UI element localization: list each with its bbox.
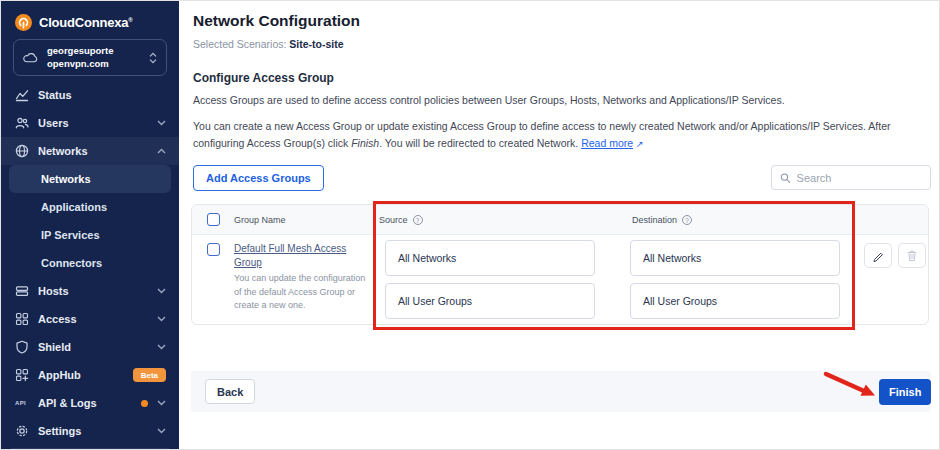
access-icon [15, 312, 29, 326]
access-groups-table: Group Name Source ? Destination ? Defaul… [191, 204, 929, 325]
sidebar-nav: Status Users Networks [1, 81, 179, 449]
source-value-box[interactable]: All User Groups [385, 283, 595, 319]
search-box [771, 165, 931, 190]
finish-button[interactable]: Finish [879, 379, 931, 405]
pencil-icon [872, 250, 884, 262]
chevron-down-icon [157, 400, 166, 406]
column-destination: Destination ? [632, 215, 692, 225]
chevron-down-icon [157, 344, 166, 350]
access-group-description: You can update the configuration of the … [234, 272, 374, 313]
add-access-groups-button[interactable]: Add Access Groups [193, 165, 324, 191]
edit-button[interactable] [864, 243, 892, 268]
sidebar-item-label: Settings [38, 425, 81, 437]
chevron-up-icon [157, 148, 166, 154]
gear-icon [15, 424, 29, 438]
sidebar-subitem-label: Networks [41, 173, 91, 185]
shield-icon [15, 340, 29, 354]
source-value-box[interactable]: All Networks [385, 240, 595, 276]
read-more-link[interactable]: Read more [581, 137, 633, 149]
sidebar-divider [11, 448, 169, 449]
sidebar-item-users[interactable]: Users [1, 109, 179, 137]
table-header [192, 205, 928, 235]
beta-badge: Beta [133, 368, 166, 382]
sidebar-item-access[interactable]: Access [1, 305, 179, 333]
brand-logo: CloudConnexa® [1, 1, 179, 31]
description-paragraph-1: Access Groups are used to define access … [193, 94, 938, 106]
chevron-down-icon [157, 428, 166, 434]
back-button[interactable]: Back [205, 379, 255, 404]
column-source-label: Source [379, 215, 408, 225]
sidebar-item-api-logs[interactable]: API API & Logs [1, 389, 179, 417]
destination-value-box[interactable]: All User Groups [630, 283, 840, 319]
row-checkbox[interactable] [207, 243, 220, 256]
sidebar-item-apphub[interactable]: AppHub Beta [1, 361, 179, 389]
sidebar-subitem-connectors[interactable]: Connectors [1, 249, 179, 277]
sidebar-item-shield[interactable]: Shield [1, 333, 179, 361]
external-link-icon: ↗ [636, 139, 644, 149]
status-icon [15, 88, 29, 102]
brand-name: CloudConnexa® [39, 15, 133, 30]
sidebar-item-hosts[interactable]: Hosts [1, 277, 179, 305]
cloud-icon [23, 52, 38, 63]
sidebar-item-label: API & Logs [38, 397, 97, 409]
column-destination-label: Destination [632, 215, 677, 225]
notification-dot [141, 400, 148, 407]
sidebar-subitem-ip-services[interactable]: IP Services [1, 221, 179, 249]
header-checkbox[interactable] [207, 213, 220, 226]
hosts-icon [15, 284, 29, 298]
delete-button[interactable] [898, 243, 926, 268]
selected-scenario: Selected Scenarios: Site-to-site [193, 38, 344, 50]
sidebar-subitem-label: Connectors [41, 257, 102, 269]
sidebar-item-label: Access [38, 313, 77, 325]
sidebar-item-status[interactable]: Status [1, 81, 179, 109]
search-input[interactable] [797, 172, 922, 184]
chevron-down-icon [157, 288, 166, 294]
brand-trademark: ® [128, 17, 132, 23]
page-title: Network Configuration [193, 12, 360, 30]
info-icon[interactable]: ? [682, 215, 692, 225]
column-group-name: Group Name [234, 215, 286, 225]
app-window: CloudConnexa® georgesuporte openvpn.com [0, 0, 940, 450]
sidebar-item-label: AppHub [38, 369, 81, 381]
chevron-down-icon [157, 316, 166, 322]
users-icon [15, 116, 29, 130]
cloudconnexa-logo-icon [15, 14, 32, 31]
tenant-name: georgesuporte openvpn.com [47, 45, 114, 70]
sidebar: CloudConnexa® georgesuporte openvpn.com [1, 1, 179, 450]
sidebar-item-label: Users [38, 117, 69, 129]
sidebar-item-networks[interactable]: Networks [1, 137, 179, 165]
tenant-selector[interactable]: georgesuporte openvpn.com [13, 39, 167, 76]
sidebar-item-label: Shield [38, 341, 71, 353]
section-title: Configure Access Group [193, 71, 334, 85]
sidebar-subitem-label: IP Services [41, 229, 100, 241]
paragraph-text: . You will be redirected to created Netw… [379, 137, 581, 149]
search-icon [780, 172, 791, 184]
sidebar-item-label: Networks [38, 145, 88, 157]
info-icon[interactable]: ? [413, 215, 423, 225]
description-paragraph-2: You can create a new Access Group or upd… [193, 118, 940, 152]
access-group-name-link[interactable]: Default Full Mesh Access Group [234, 242, 368, 269]
sidebar-subitem-networks[interactable]: Networks [9, 165, 171, 193]
trash-icon [906, 249, 918, 262]
chevron-updown-icon [149, 52, 157, 64]
chevron-down-icon [157, 120, 166, 126]
column-source: Source ? [379, 215, 423, 225]
sidebar-item-label: Status [38, 89, 72, 101]
sidebar-item-label: Hosts [38, 285, 69, 297]
footer-bar [191, 371, 931, 412]
finish-keyword: Finish [351, 137, 379, 149]
scenario-label: Selected Scenarios: [193, 38, 286, 50]
sidebar-subitem-applications[interactable]: Applications [1, 193, 179, 221]
sidebar-item-settings[interactable]: Settings [1, 417, 179, 445]
apphub-icon [15, 368, 29, 382]
destination-value-box[interactable]: All Networks [630, 240, 840, 276]
scenario-value: Site-to-site [289, 38, 343, 50]
networks-icon [15, 144, 29, 158]
api-icon: API [15, 400, 29, 406]
sidebar-subitem-label: Applications [41, 201, 107, 213]
